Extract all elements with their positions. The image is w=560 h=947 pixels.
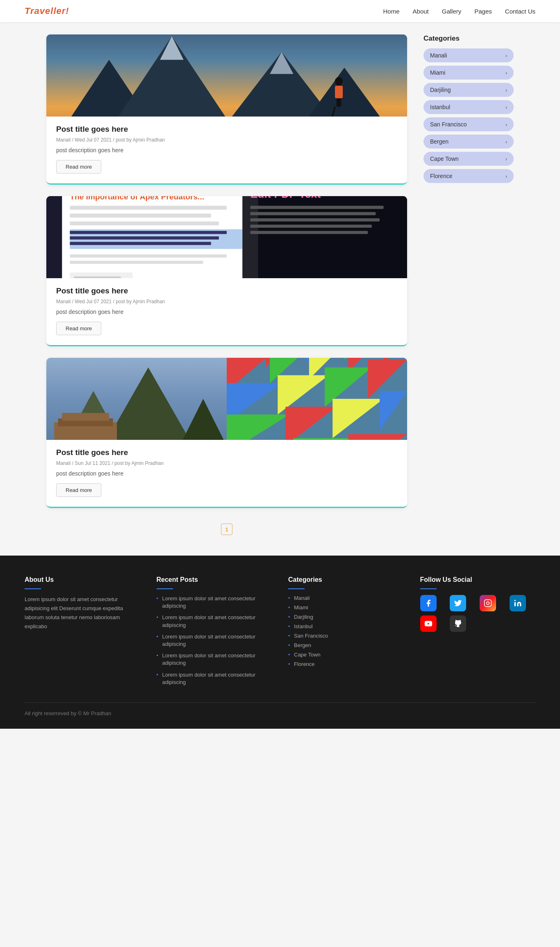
footer-social-title: Follow Us Social bbox=[420, 576, 536, 583]
post-image-mountain bbox=[46, 34, 407, 117]
list-item: Cape Town bbox=[288, 652, 404, 658]
footer-cats-list: Manali Miami Darjiling Istanbul San Fran… bbox=[288, 595, 404, 667]
chevron-right-icon: › bbox=[505, 156, 507, 162]
post-meta: Manali / Sun Jul 11 2021 / post by Ajmin… bbox=[56, 460, 397, 466]
posts-column: Post title goes here Manali / Wed Jul 07… bbox=[46, 34, 407, 535]
post-card: Post title goes here Manali / Sun Jul 11… bbox=[46, 358, 407, 508]
footer-recent-posts-title: Recent Posts bbox=[157, 576, 272, 583]
nav-pages[interactable]: Pages bbox=[474, 8, 492, 15]
post-content: Post title goes here Manali / Wed Jul 07… bbox=[46, 278, 407, 345]
svg-rect-37 bbox=[250, 212, 376, 215]
footer-divider bbox=[420, 588, 437, 589]
footer-about: About Us Lorem ipsum dolor sit amet cons… bbox=[25, 576, 140, 686]
read-more-button[interactable]: Read more bbox=[56, 322, 101, 335]
nav-about[interactable]: About bbox=[413, 8, 429, 15]
svg-rect-29 bbox=[70, 254, 227, 258]
instagram-icon[interactable] bbox=[480, 595, 496, 611]
post-description: post description goes here bbox=[56, 147, 397, 153]
category-item-darjiling[interactable]: Darjiling › bbox=[423, 83, 514, 97]
pagination: 1 bbox=[46, 524, 407, 535]
svg-rect-22 bbox=[70, 206, 227, 210]
list-item: Bergen bbox=[288, 642, 404, 648]
sidebar: Categories Manali › Miami › Darjiling › … bbox=[423, 34, 514, 194]
categories-section: Categories Manali › Miami › Darjiling › … bbox=[423, 34, 514, 183]
list-item: Darjiling bbox=[288, 614, 404, 620]
nav-gallery[interactable]: Gallery bbox=[442, 8, 462, 15]
page-number-1[interactable]: 1 bbox=[221, 524, 232, 535]
svg-rect-38 bbox=[250, 218, 380, 222]
footer-bottom: All right reserreved by © Mr Pradhan bbox=[25, 702, 535, 716]
footer-divider bbox=[157, 588, 173, 589]
svg-rect-28 bbox=[70, 242, 211, 245]
footer-divider bbox=[288, 588, 305, 589]
category-item-bergen[interactable]: Bergen › bbox=[423, 135, 514, 149]
category-item-sanfrancisco[interactable]: San Francisco › bbox=[423, 117, 514, 131]
svg-text:Edit PDF Text: Edit PDF Text bbox=[250, 196, 321, 200]
svg-rect-32 bbox=[74, 277, 121, 278]
svg-marker-69 bbox=[348, 434, 407, 440]
svg-rect-40 bbox=[250, 231, 368, 234]
list-item: Florence bbox=[288, 661, 404, 667]
read-more-button[interactable]: Read more bbox=[56, 160, 101, 174]
post-title: Post title goes here bbox=[56, 125, 397, 134]
footer-about-text: Lorem ipsum dolor sit amet consectetur a… bbox=[25, 595, 140, 631]
svg-rect-27 bbox=[70, 236, 219, 240]
chevron-right-icon: › bbox=[505, 53, 507, 59]
chevron-right-icon: › bbox=[505, 139, 507, 145]
svg-rect-30 bbox=[70, 261, 203, 264]
category-item-florence[interactable]: Florence › bbox=[423, 169, 514, 183]
post-title: Post title goes here bbox=[56, 448, 397, 457]
svg-marker-68 bbox=[294, 438, 352, 440]
post-content: Post title goes here Manali / Wed Jul 07… bbox=[46, 117, 407, 183]
post-meta: Manali / Wed Jul 07 2021 / post by Ajmin… bbox=[56, 299, 397, 304]
list-item: Lorem ipsum dolor sit amet consectetur a… bbox=[157, 595, 272, 610]
github-icon[interactable] bbox=[450, 615, 466, 632]
svg-rect-70 bbox=[485, 600, 492, 607]
linkedin-icon[interactable] bbox=[510, 595, 526, 611]
svg-rect-39 bbox=[250, 224, 372, 228]
footer-recent-posts: Recent Posts Lorem ipsum dolor sit amet … bbox=[157, 576, 272, 686]
category-item-capetown[interactable]: Cape Town › bbox=[423, 152, 514, 166]
chevron-right-icon: › bbox=[505, 70, 507, 76]
post-description: post description goes here bbox=[56, 470, 397, 477]
list-item: Miami bbox=[288, 604, 404, 611]
post-title: Post title goes here bbox=[56, 286, 397, 295]
facebook-icon[interactable] bbox=[420, 595, 437, 611]
svg-rect-72 bbox=[514, 602, 516, 606]
main-nav: Home About Gallery Pages Contact Us bbox=[383, 8, 535, 15]
post-image-flags bbox=[46, 358, 407, 440]
site-footer: About Us Lorem ipsum dolor sit amet cons… bbox=[0, 556, 560, 729]
copyright-text: All right reserreved by © Mr Pradhan bbox=[25, 710, 111, 716]
youtube-icon[interactable] bbox=[420, 615, 437, 632]
footer-posts-list: Lorem ipsum dolor sit amet consectetur a… bbox=[157, 595, 272, 686]
chevron-right-icon: › bbox=[505, 87, 507, 93]
main-container: Post title goes here Manali / Wed Jul 07… bbox=[38, 34, 522, 535]
list-item: Lorem ipsum dolor sit amet consectetur a… bbox=[157, 633, 272, 648]
category-item-miami[interactable]: Miami › bbox=[423, 66, 514, 80]
svg-rect-48 bbox=[62, 413, 109, 421]
category-list: Manali › Miami › Darjiling › Istanbul › … bbox=[423, 48, 514, 183]
nav-contact[interactable]: Contact Us bbox=[505, 8, 535, 15]
post-meta: Manali / Wed Jul 07 2021 / post by Ajmin… bbox=[56, 137, 397, 143]
social-grid bbox=[420, 595, 536, 632]
twitter-icon[interactable] bbox=[450, 595, 466, 611]
categories-title: Categories bbox=[423, 34, 514, 43]
footer-categories: Categories Manali Miami Darjiling Istanb… bbox=[288, 576, 404, 686]
category-item-manali[interactable]: Manali › bbox=[423, 48, 514, 62]
read-more-button[interactable]: Read more bbox=[56, 483, 101, 497]
svg-rect-23 bbox=[70, 214, 211, 218]
site-header: Traveller! Home About Gallery Pages Cont… bbox=[0, 0, 560, 22]
svg-point-8 bbox=[335, 77, 343, 85]
footer-social: Follow Us Social bbox=[420, 576, 536, 686]
footer-about-title: About Us bbox=[25, 576, 140, 583]
list-item: Istanbul bbox=[288, 623, 404, 629]
post-description: post description goes here bbox=[56, 309, 397, 315]
category-item-istanbul[interactable]: Istanbul › bbox=[423, 100, 514, 114]
list-item: Manali bbox=[288, 595, 404, 601]
post-card: Post title goes here Manali / Wed Jul 07… bbox=[46, 34, 407, 185]
list-item: Lorem ipsum dolor sit amet consectetur a… bbox=[157, 652, 272, 667]
chevron-right-icon: › bbox=[505, 121, 507, 128]
list-item: Lorem ipsum dolor sit amet consectetur a… bbox=[157, 671, 272, 686]
footer-grid: About Us Lorem ipsum dolor sit amet cons… bbox=[25, 576, 535, 686]
nav-home[interactable]: Home bbox=[383, 8, 400, 15]
